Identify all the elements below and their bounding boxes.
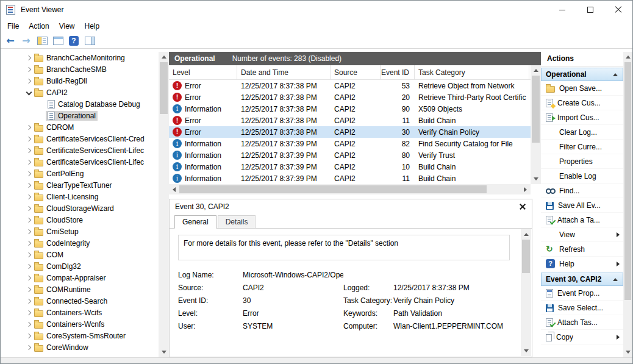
tree-item-cloudstore[interactable]: CloudStore xyxy=(1,214,159,226)
chevron-right-icon[interactable] xyxy=(24,76,34,86)
chevron-right-icon[interactable] xyxy=(24,250,34,260)
menu-item-view[interactable]: View xyxy=(54,20,80,32)
pane-splitter[interactable] xyxy=(169,194,541,199)
tree-item-operational[interactable]: Operational xyxy=(1,110,159,121)
action-section-operational[interactable]: Operational xyxy=(541,68,623,81)
action-filter-curre[interactable]: Filter Curre... xyxy=(541,140,623,154)
event-row-80[interactable]: Information12/25/2017 8:37:39 PMCAPI280V… xyxy=(169,149,531,161)
chevron-right-icon[interactable] xyxy=(24,343,34,352)
chevron-right-icon[interactable] xyxy=(24,123,34,132)
column-header-task-category[interactable]: Task Category xyxy=(415,65,529,79)
event-row-11[interactable]: Information12/25/2017 8:37:39 PMCAPI211B… xyxy=(169,173,531,184)
scroll-left-button[interactable] xyxy=(169,184,179,194)
tree-item-certificateservicesclient-cred[interactable]: CertificateServicesClient-Cred xyxy=(1,133,159,145)
action-enable-log[interactable]: Enable Log xyxy=(541,169,623,184)
event-row-90[interactable]: Information12/25/2017 8:37:38 PMCAPI290X… xyxy=(169,103,531,115)
chevron-right-icon[interactable] xyxy=(24,319,34,329)
scroll-up-button[interactable] xyxy=(159,52,169,62)
scrollbar-thumb[interactable] xyxy=(522,240,530,273)
column-header-event-id[interactable]: Event ID xyxy=(381,65,415,79)
event-row-10[interactable]: Information12/25/2017 8:37:39 PMCAPI210B… xyxy=(169,161,531,173)
action-refresh[interactable]: Refresh xyxy=(541,242,623,257)
chevron-right-icon[interactable] xyxy=(24,331,34,341)
collapse-section-icon[interactable] xyxy=(613,278,618,281)
chevron-right-icon[interactable] xyxy=(24,296,34,306)
tree-item-comdlg32[interactable]: ComDlg32 xyxy=(1,260,159,272)
tree-item-certpoleng[interactable]: CertPolEng xyxy=(1,168,159,179)
tree-item-cleartypetexttuner[interactable]: ClearTypeTextTuner xyxy=(1,179,159,191)
menu-item-action[interactable]: Action xyxy=(24,20,54,32)
chevron-right-icon[interactable] xyxy=(24,227,34,237)
tree-item-catalog-database-debug[interactable]: Catalog Database Debug xyxy=(1,98,159,110)
detail-scrollbar[interactable] xyxy=(521,229,531,356)
action-save-select[interactable]: Save Select... xyxy=(541,301,623,315)
close-button[interactable] xyxy=(604,1,632,19)
chevron-right-icon[interactable] xyxy=(24,262,34,271)
forward-button[interactable] xyxy=(19,34,34,48)
event-row-82[interactable]: Information12/25/2017 8:37:39 PMCAPI282F… xyxy=(169,138,531,149)
window-button[interactable] xyxy=(51,34,65,48)
tab-details[interactable]: Details xyxy=(218,215,256,229)
show-action-pane-button[interactable] xyxy=(82,34,97,48)
action-import-cus[interactable]: Import Cus... xyxy=(541,110,623,125)
help-button[interactable] xyxy=(66,34,81,48)
action-create-cus[interactable]: Create Cus... xyxy=(541,96,623,110)
scroll-down-button[interactable] xyxy=(623,347,632,357)
scroll-up-button[interactable] xyxy=(623,52,632,62)
action-view[interactable]: View xyxy=(541,227,623,242)
column-header-date-and-time[interactable]: Date and Time xyxy=(237,65,331,79)
chevron-right-icon[interactable] xyxy=(24,134,34,144)
tree-item-cmisetup[interactable]: CmiSetup xyxy=(1,226,159,237)
column-header-source[interactable]: Source xyxy=(331,65,381,79)
scroll-up-button[interactable] xyxy=(521,229,531,240)
chevron-right-icon[interactable] xyxy=(24,157,34,167)
tree-item-corewindow[interactable]: CoreWindow xyxy=(1,341,159,353)
chevron-right-icon[interactable] xyxy=(24,285,34,294)
chevron-right-icon[interactable] xyxy=(24,180,34,190)
menu-item-help[interactable]: Help xyxy=(80,20,105,32)
chevron-right-icon[interactable] xyxy=(24,53,34,63)
tree-item-capi2[interactable]: CAPI2 xyxy=(1,87,159,98)
tree-item-comruntime[interactable]: COMRuntime xyxy=(1,284,159,295)
action-copy[interactable]: Copy xyxy=(541,330,623,344)
scroll-up-button[interactable] xyxy=(531,65,541,76)
tree-item-containers-wcnfs[interactable]: Containers-Wcnfs xyxy=(1,318,159,330)
detail-close-button[interactable] xyxy=(519,203,526,210)
tree-item-client-licensing[interactable]: Client-Licensing xyxy=(1,191,159,202)
chevron-right-icon[interactable] xyxy=(24,65,34,74)
chevron-right-icon[interactable] xyxy=(24,238,34,248)
scroll-down-button[interactable] xyxy=(521,346,531,356)
collapse-section-icon[interactable] xyxy=(613,73,618,76)
tree-item-coresystem-smsrouter[interactable]: CoreSystem-SmsRouter xyxy=(1,330,159,341)
tree-item-build-regdll[interactable]: Build-RegDll xyxy=(1,75,159,87)
tree-item-branchcachesmb[interactable]: BranchCacheSMB xyxy=(1,63,159,75)
action-open-save[interactable]: Open Save... xyxy=(541,81,623,96)
event-row-20[interactable]: Error12/25/2017 8:37:38 PMCAPI220Retriev… xyxy=(169,91,531,103)
action-event-prop[interactable]: Event Prop... xyxy=(541,286,623,301)
show-console-tree-button[interactable] xyxy=(35,34,49,48)
chevron-right-icon[interactable] xyxy=(24,273,34,283)
action-find[interactable]: Find... xyxy=(541,184,623,198)
event-table-vscrollbar[interactable] xyxy=(531,65,541,184)
action-help[interactable]: Help xyxy=(541,257,623,271)
chevron-right-icon[interactable] xyxy=(24,204,34,213)
scrollbar-thumb[interactable] xyxy=(532,76,540,143)
action-properties[interactable]: Properties xyxy=(541,154,623,169)
scrollbar-thumb[interactable] xyxy=(179,185,487,193)
event-table-hscrollbar[interactable] xyxy=(169,184,531,194)
tree-item-cloudstoragewizard[interactable]: CloudStorageWizard xyxy=(1,202,159,214)
back-button[interactable] xyxy=(3,34,18,48)
tree-item-branchcachemonitoring[interactable]: BranchCacheMonitoring xyxy=(1,52,159,63)
chevron-down-icon[interactable] xyxy=(24,88,34,98)
tree-item-containers-wcifs[interactable]: Containers-Wcifs xyxy=(1,307,159,318)
minimize-button[interactable] xyxy=(548,1,576,19)
event-row-30[interactable]: Error12/25/2017 8:37:38 PMCAPI230Verify … xyxy=(169,126,531,138)
action-section-event-30-capi2[interactable]: Event 30, CAPI2 xyxy=(541,273,623,286)
chevron-right-icon[interactable] xyxy=(24,169,34,179)
tree-item-connected-search[interactable]: Connected-Search xyxy=(1,295,159,307)
column-header-level[interactable]: Level xyxy=(169,65,237,79)
maximize-button[interactable] xyxy=(576,1,604,19)
tree-scrollbar[interactable] xyxy=(159,52,169,357)
scrollbar-thumb[interactable] xyxy=(624,62,631,300)
tab-general[interactable]: General xyxy=(174,215,216,229)
